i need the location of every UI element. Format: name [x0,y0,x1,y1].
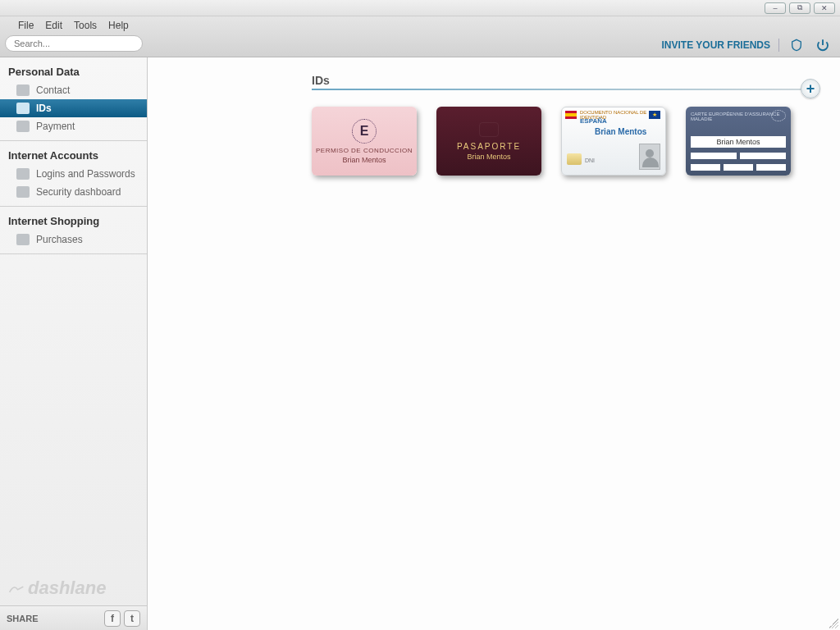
card-country-label: ESPAÑA [580,117,607,125]
add-id-button[interactable]: + [801,79,820,98]
page-header: IDs + [312,74,815,90]
sidebar-section-internet-accounts: Internet Accounts [0,141,147,165]
share-label: SHARE [7,614,39,623]
eu-emblem-icon: E [352,119,377,144]
menu-file[interactable]: File [18,20,34,31]
search-input[interactable] [5,35,143,52]
window-minimize-button[interactable]: – [765,2,786,14]
brand-name: dashlane [28,578,106,599]
sidebar-item-label: Contact [36,84,70,96]
top-toolbar: File Edit Tools Help INVITE YOUR FRIENDS [0,16,840,57]
shield-icon [16,186,30,198]
sidebar-item-ids[interactable]: IDs [0,99,147,117]
dni-label: DNI [585,158,595,163]
card-holder-name: Brian Mentos [342,156,386,164]
sidebar-item-contact[interactable]: Contact [0,81,147,99]
sidebar-item-label: Security dashboard [36,186,121,198]
sidebar-item-label: Logins and Passwords [36,168,135,180]
main-content: IDs + E PERMISO DE CONDUCCION Brian Ment… [148,57,840,630]
header-right-tools: INVITE YOUR FRIENDS [662,36,832,54]
id-card-icon [16,103,30,114]
id-card-passport[interactable]: PASAPORTE Brian Mentos [436,107,541,176]
page-title: IDs [312,74,815,89]
window-titlebar: – ⧉ ✕ [0,0,840,16]
share-bar: SHARE f t [0,605,147,630]
deer-icon [8,582,25,594]
card-type-label: PERMISO DE CONDUCCION [316,147,413,154]
lock-icon [16,168,30,180]
sidebar-section-internet-shopping: Internet Shopping [0,207,147,231]
sidebar-item-purchases[interactable]: Purchases [0,231,147,249]
contact-icon [16,84,30,96]
menu-bar: File Edit Tools Help [8,18,139,33]
window-maximize-button[interactable]: ⧉ [789,2,810,14]
card-field-rows [691,153,786,159]
chip-icon [567,153,582,165]
shield-icon[interactable] [788,36,806,54]
card-field-rows [691,164,786,171]
menu-edit[interactable]: Edit [45,20,62,31]
card-holder-name: Brian Mentos [467,153,510,161]
menu-help[interactable]: Help [108,20,129,31]
id-card-social-security[interactable]: CARTE EUROPÉENNE D'ASSURANCE MALADIE Bri… [686,107,791,176]
id-cards-grid: E PERMISO DE CONDUCCION Brian Mentos PAS… [312,107,815,176]
id-card-driver-license[interactable]: E PERMISO DE CONDUCCION Brian Mentos [312,107,417,176]
window-resize-grip[interactable] [829,619,838,628]
id-card-national-id[interactable]: DOCUMENTO NACIONAL DE IDENTIDAD ★ ESPAÑA… [561,107,666,176]
eu-badge-icon: ★ [649,111,660,119]
window-close-button[interactable]: ✕ [814,2,835,14]
card-holder-name: Brian Mentos [595,127,646,136]
sidebar-item-logins[interactable]: Logins and Passwords [0,165,147,183]
payment-icon [16,121,30,132]
sidebar-item-payment[interactable]: Payment [0,117,147,135]
sidebar-item-label: Payment [36,121,75,132]
card-type-label: PASAPORTE [457,142,521,151]
card-holder-name: Brian Mentos [691,136,786,148]
eu-stars-icon [771,110,786,121]
share-twitter-button[interactable]: t [124,610,140,627]
menu-tools[interactable]: Tools [74,20,97,31]
share-facebook-button[interactable]: f [104,610,121,627]
sidebar: Personal Data Contact IDs Payment Intern… [0,57,148,630]
crest-icon [479,122,499,137]
id-photo-placeholder [639,144,660,170]
spain-flag-icon [565,111,577,119]
sidebar-section-personal-data: Personal Data [0,57,147,81]
power-icon[interactable] [814,36,832,54]
sidebar-item-label: Purchases [36,234,83,245]
sidebar-item-label: IDs [36,103,52,114]
invite-friends-link[interactable]: INVITE YOUR FRIENDS [662,39,770,51]
sidebar-item-security-dashboard[interactable]: Security dashboard [0,183,147,201]
brand-logo: dashlane [0,578,147,605]
bag-icon [16,234,30,245]
divider [778,39,779,52]
page-divider: + [312,89,815,90]
